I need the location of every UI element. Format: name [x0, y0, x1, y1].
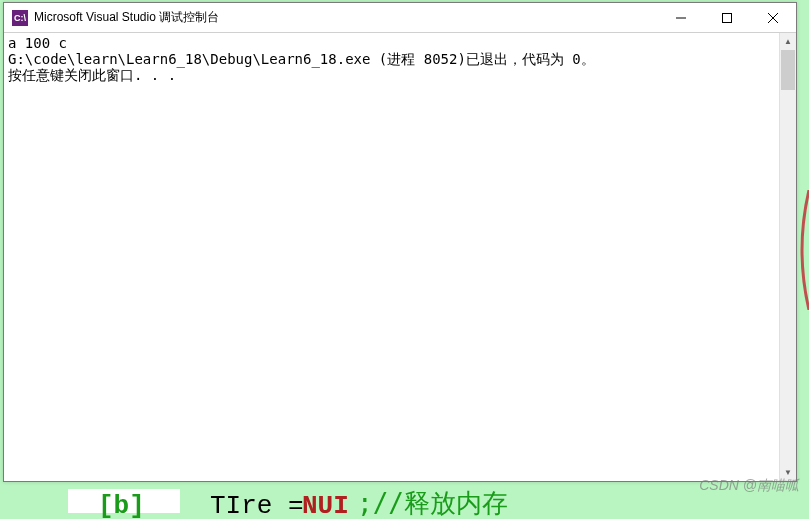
maximize-button[interactable]: [704, 3, 750, 32]
background-code-fragment: TIre =: [210, 491, 304, 519]
scroll-up-button[interactable]: ▲: [780, 33, 796, 50]
scrollbar-thumb[interactable]: [781, 50, 795, 90]
content-area: a 100 c G:\code\learn\Learn6_18\Debug\Le…: [4, 33, 796, 481]
titlebar[interactable]: C:\ Microsoft Visual Studio 调试控制台: [4, 3, 796, 33]
app-icon: C:\: [12, 10, 28, 26]
console-output[interactable]: a 100 c G:\code\learn\Learn6_18\Debug\Le…: [4, 33, 779, 481]
vertical-scrollbar[interactable]: ▲ ▼: [779, 33, 796, 481]
svg-rect-1: [723, 13, 732, 22]
watermark: CSDN @南喵呱: [699, 477, 799, 495]
background-code-fragment: [b]: [98, 491, 145, 519]
background-code-fragment: ;//释放内存: [357, 486, 508, 519]
close-button[interactable]: [750, 3, 796, 32]
console-window: C:\ Microsoft Visual Studio 调试控制台 a 100 …: [3, 2, 797, 482]
console-line: 按任意键关闭此窗口. . .: [8, 67, 176, 83]
background-code-fragment: NUI: [302, 491, 349, 519]
window-title: Microsoft Visual Studio 调试控制台: [34, 9, 658, 26]
console-line: G:\code\learn\Learn6_18\Debug\Learn6_18.…: [8, 51, 595, 67]
window-controls: [658, 3, 796, 32]
minimize-button[interactable]: [658, 3, 704, 32]
console-line: a 100 c: [8, 35, 67, 51]
